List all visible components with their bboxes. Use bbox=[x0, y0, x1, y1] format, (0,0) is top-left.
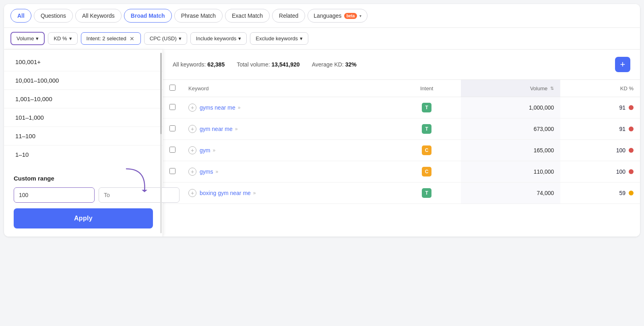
kd-dot-icon bbox=[629, 127, 634, 131]
include-keywords-label: Include keywords bbox=[196, 35, 236, 42]
tab-broad-match[interactable]: Broad Match bbox=[124, 9, 172, 23]
row-checkbox-cell bbox=[163, 97, 182, 118]
keyword-cell: + gyms near me » bbox=[182, 97, 393, 118]
kd-value: 100 bbox=[616, 147, 625, 154]
keyword-table: Keyword Intent Volume ⇅ KD % bbox=[163, 80, 640, 204]
table-row: + boxing gym near me » T 74,000 59 bbox=[163, 183, 640, 204]
add-keyword-icon[interactable]: + bbox=[188, 104, 196, 112]
kd-value: 91 bbox=[619, 104, 625, 111]
kd-cell: 91 bbox=[560, 97, 640, 118]
keyword-cell: + gym » bbox=[182, 140, 393, 161]
keyword-chevrons-icon: » bbox=[213, 147, 215, 153]
intent-badge: T bbox=[422, 103, 431, 112]
avg-kd-stat: Average KD: 32% bbox=[312, 61, 357, 68]
exclude-chevron-icon: ▾ bbox=[300, 35, 303, 42]
kd-filter-btn[interactable]: KD % ▾ bbox=[48, 32, 77, 45]
stats-bar: All keywords: 62,385 Total volume: 13,54… bbox=[163, 50, 640, 80]
range-option-10001-100000[interactable]: 10,001–100,000 bbox=[4, 71, 163, 90]
kd-cell: 91 bbox=[560, 118, 640, 140]
include-keywords-btn[interactable]: Include keywords ▾ bbox=[190, 32, 247, 45]
row-checkbox-cell bbox=[163, 161, 182, 183]
keyword-link[interactable]: gyms near me » bbox=[200, 104, 240, 111]
dropdown-scrollbar-thumb bbox=[160, 53, 162, 134]
apply-button[interactable]: Apply bbox=[14, 208, 153, 228]
volume-cell: 165,000 bbox=[461, 140, 560, 161]
all-keywords-label: All keywords: bbox=[173, 61, 206, 68]
add-keyword-icon[interactable]: + bbox=[188, 189, 196, 197]
add-keyword-icon[interactable]: + bbox=[188, 125, 196, 133]
avg-kd-label: Average KD: bbox=[312, 61, 344, 68]
kd-dot-icon bbox=[629, 105, 634, 110]
keyword-chevrons-icon: » bbox=[238, 105, 241, 110]
row-checkbox-1[interactable] bbox=[169, 125, 175, 131]
chevron-down-icon: ▾ bbox=[359, 14, 361, 18]
volume-cell: 110,000 bbox=[461, 161, 560, 183]
cpc-chevron-icon: ▾ bbox=[179, 35, 182, 42]
kd-value: 91 bbox=[619, 126, 625, 132]
custom-range-from-input[interactable] bbox=[14, 187, 95, 203]
languages-label: Languages bbox=[314, 12, 341, 19]
th-checkbox bbox=[163, 80, 182, 97]
add-keyword-icon[interactable]: + bbox=[188, 146, 196, 154]
th-volume[interactable]: Volume ⇅ bbox=[461, 80, 560, 97]
avg-kd-value: 32% bbox=[345, 61, 357, 68]
th-keyword: Keyword bbox=[182, 80, 393, 97]
intent-clear-btn[interactable]: ✕ bbox=[129, 36, 135, 42]
tab-related[interactable]: Related bbox=[272, 9, 305, 23]
filter-bar: Volume ▾ KD % ▾ Intent: 2 selected ✕ CPC… bbox=[4, 28, 640, 50]
intent-cell: T bbox=[393, 97, 461, 118]
cpc-filter-btn[interactable]: CPC (USD) ▾ bbox=[144, 32, 187, 45]
intent-cell: C bbox=[393, 140, 461, 161]
volume-filter-label: Volume bbox=[17, 35, 34, 42]
range-option-100001plus[interactable]: 100,001+ bbox=[4, 53, 163, 71]
range-option-1001-10000[interactable]: 1,001–10,000 bbox=[4, 90, 163, 108]
tab-phrase-match[interactable]: Phrase Match bbox=[174, 9, 223, 23]
cpc-filter-label: CPC (USD) bbox=[150, 35, 177, 42]
all-keywords-value: 62,385 bbox=[207, 61, 225, 68]
tab-exact-match[interactable]: Exact Match bbox=[225, 9, 270, 23]
kd-dot-icon bbox=[629, 148, 634, 153]
add-to-list-btn[interactable]: + bbox=[615, 57, 630, 72]
table-row: + gyms near me » T 1,000,000 91 bbox=[163, 97, 640, 118]
volume-cell: 74,000 bbox=[461, 183, 560, 204]
volume-filter-btn[interactable]: Volume ▾ bbox=[10, 32, 45, 45]
intent-filter-label: Intent: 2 selected bbox=[87, 35, 126, 42]
keyword-link[interactable]: gym » bbox=[200, 147, 215, 154]
select-all-checkbox[interactable] bbox=[169, 85, 175, 91]
row-checkbox-0[interactable] bbox=[169, 104, 175, 110]
row-checkbox-3[interactable] bbox=[169, 168, 175, 174]
exclude-keywords-btn[interactable]: Exclude keywords ▾ bbox=[250, 32, 308, 45]
table-row: + gyms » C 110,000 100 bbox=[163, 161, 640, 183]
keyword-link[interactable]: gym near me » bbox=[200, 126, 237, 132]
tab-languages[interactable]: Languages beta ▾ bbox=[308, 9, 367, 23]
exclude-keywords-label: Exclude keywords bbox=[256, 35, 298, 42]
dropdown-scrollbar-track bbox=[160, 53, 162, 233]
intent-badge: C bbox=[422, 167, 431, 176]
intent-filter-btn[interactable]: Intent: 2 selected ✕ bbox=[81, 32, 141, 45]
keyword-link[interactable]: boxing gym near me » bbox=[200, 190, 256, 196]
keyword-cell: + boxing gym near me » bbox=[182, 183, 393, 204]
volume-cell: 1,000,000 bbox=[461, 97, 560, 118]
row-checkbox-cell bbox=[163, 140, 182, 161]
keyword-link[interactable]: gyms » bbox=[200, 168, 218, 175]
content-area: 100,001+ 10,001–100,000 1,001–10,000 101… bbox=[4, 50, 640, 237]
row-checkbox-2[interactable] bbox=[169, 147, 175, 153]
add-keyword-icon[interactable]: + bbox=[188, 168, 196, 176]
row-checkbox-cell bbox=[163, 118, 182, 140]
tab-all[interactable]: All bbox=[10, 9, 31, 23]
keyword-chevrons-icon: » bbox=[215, 169, 218, 174]
kd-dot-icon bbox=[629, 169, 634, 174]
all-keywords-stat: All keywords: 62,385 bbox=[173, 61, 225, 68]
tab-questions[interactable]: Questions bbox=[34, 9, 73, 23]
volume-chevron-icon: ▾ bbox=[36, 35, 39, 42]
range-option-11-100[interactable]: 11–100 bbox=[4, 127, 163, 145]
tab-all-keywords[interactable]: All Keywords bbox=[75, 9, 122, 23]
volume-dropdown-panel: 100,001+ 10,001–100,000 1,001–10,000 101… bbox=[4, 50, 163, 237]
range-option-1-10[interactable]: 1–10 bbox=[4, 145, 163, 164]
range-option-101-1000[interactable]: 101–1,000 bbox=[4, 108, 163, 127]
kd-value: 59 bbox=[619, 190, 625, 196]
th-kd: KD % bbox=[560, 80, 640, 97]
tab-bar: All Questions All Keywords Broad Match P… bbox=[4, 4, 640, 28]
keyword-cell: + gym near me » bbox=[182, 118, 393, 140]
kd-cell: 59 bbox=[560, 183, 640, 204]
